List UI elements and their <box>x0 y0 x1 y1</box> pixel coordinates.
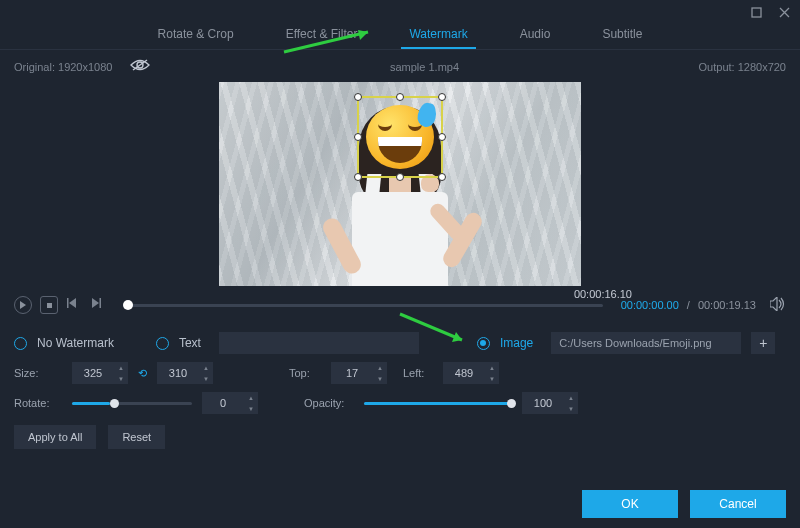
up-arrow-icon[interactable]: ▲ <box>485 362 499 373</box>
cancel-button[interactable]: Cancel <box>690 490 786 518</box>
original-resolution-label: Original: 1920x1080 <box>14 61 112 73</box>
down-arrow-icon[interactable]: ▼ <box>114 373 128 384</box>
opacity-label: Opacity: <box>304 397 354 409</box>
rotate-knob[interactable] <box>110 399 119 408</box>
ok-button[interactable]: OK <box>582 490 678 518</box>
size-width-input[interactable] <box>72 367 114 379</box>
time-sep: / <box>687 299 690 311</box>
opacity-input[interactable] <box>522 397 564 409</box>
tab-subtitle[interactable]: Subtitle <box>602 27 642 47</box>
radio-image-label: Image <box>500 336 533 350</box>
time-duration: 00:00:19.13 <box>698 299 756 311</box>
lock-aspect-icon[interactable]: ⟲ <box>138 367 147 380</box>
svg-marker-4 <box>20 301 26 309</box>
size-height-input[interactable] <box>157 367 199 379</box>
watermark-text-input[interactable] <box>219 332 419 354</box>
opacity-knob[interactable] <box>507 399 516 408</box>
tab-bar: Rotate & Crop Effect & Filter Watermark … <box>0 24 800 50</box>
up-arrow-icon[interactable]: ▲ <box>114 362 128 373</box>
svg-rect-5 <box>47 303 52 308</box>
seek-slider[interactable] <box>124 304 603 307</box>
down-arrow-icon[interactable]: ▼ <box>244 403 258 414</box>
top-label: Top: <box>289 367 321 379</box>
svg-rect-0 <box>752 8 761 17</box>
rotate-label: Rotate: <box>14 397 62 409</box>
seek-thumb[interactable] <box>123 300 133 310</box>
up-arrow-icon[interactable]: ▲ <box>564 392 578 403</box>
volume-icon[interactable] <box>770 297 786 314</box>
compare-toggle-icon[interactable] <box>130 58 150 76</box>
close-button[interactable] <box>776 4 792 20</box>
watermark-emoji-image <box>362 101 438 173</box>
watermark-bounding-box[interactable] <box>357 96 443 178</box>
top-stepper[interactable]: ▲▼ <box>331 362 387 384</box>
opacity-slider[interactable] <box>364 402 512 405</box>
tab-rotate-crop[interactable]: Rotate & Crop <box>158 27 234 47</box>
svg-rect-6 <box>67 298 69 308</box>
output-resolution-label: Output: 1280x720 <box>699 61 786 73</box>
prev-frame-button[interactable] <box>66 297 82 313</box>
tab-watermark[interactable]: Watermark <box>409 27 467 47</box>
down-arrow-icon[interactable]: ▼ <box>485 373 499 384</box>
tab-effect-filter[interactable]: Effect & Filter <box>286 27 358 47</box>
svg-marker-10 <box>770 297 777 311</box>
rotate-input[interactable] <box>202 397 244 409</box>
radio-text[interactable] <box>156 337 169 350</box>
time-current: 00:00:00.00 <box>621 299 679 311</box>
maximize-button[interactable] <box>748 4 764 20</box>
radio-no-watermark-label: No Watermark <box>37 336 114 350</box>
stop-button[interactable] <box>40 296 58 314</box>
left-label: Left: <box>403 367 433 379</box>
browse-image-button[interactable]: + <box>751 332 775 354</box>
reset-button[interactable]: Reset <box>108 425 165 449</box>
play-button[interactable] <box>14 296 32 314</box>
seek-hover-time: 00:00:16.10 <box>574 288 632 300</box>
filename-label: sample 1.mp4 <box>150 61 698 73</box>
radio-no-watermark[interactable] <box>14 337 27 350</box>
video-preview[interactable] <box>219 82 581 286</box>
svg-rect-9 <box>100 298 102 308</box>
apply-all-button[interactable]: Apply to All <box>14 425 96 449</box>
radio-text-label: Text <box>179 336 201 350</box>
size-label: Size: <box>14 367 62 379</box>
up-arrow-icon[interactable]: ▲ <box>244 392 258 403</box>
opacity-stepper[interactable]: ▲▼ <box>522 392 578 414</box>
next-frame-button[interactable] <box>90 297 106 313</box>
top-input[interactable] <box>331 367 373 379</box>
down-arrow-icon[interactable]: ▼ <box>373 373 387 384</box>
left-stepper[interactable]: ▲▼ <box>443 362 499 384</box>
tab-audio[interactable]: Audio <box>520 27 551 47</box>
svg-marker-7 <box>69 298 76 308</box>
down-arrow-icon[interactable]: ▼ <box>199 373 213 384</box>
up-arrow-icon[interactable]: ▲ <box>199 362 213 373</box>
radio-image[interactable] <box>477 337 490 350</box>
image-path-display: C:/Users Downloads/Emoji.png <box>551 332 741 354</box>
svg-marker-8 <box>92 298 99 308</box>
rotate-stepper[interactable]: ▲▼ <box>202 392 258 414</box>
down-arrow-icon[interactable]: ▼ <box>564 403 578 414</box>
size-height-stepper[interactable]: ▲▼ <box>157 362 213 384</box>
size-width-stepper[interactable]: ▲▼ <box>72 362 128 384</box>
rotate-slider[interactable] <box>72 402 192 405</box>
left-input[interactable] <box>443 367 485 379</box>
up-arrow-icon[interactable]: ▲ <box>373 362 387 373</box>
